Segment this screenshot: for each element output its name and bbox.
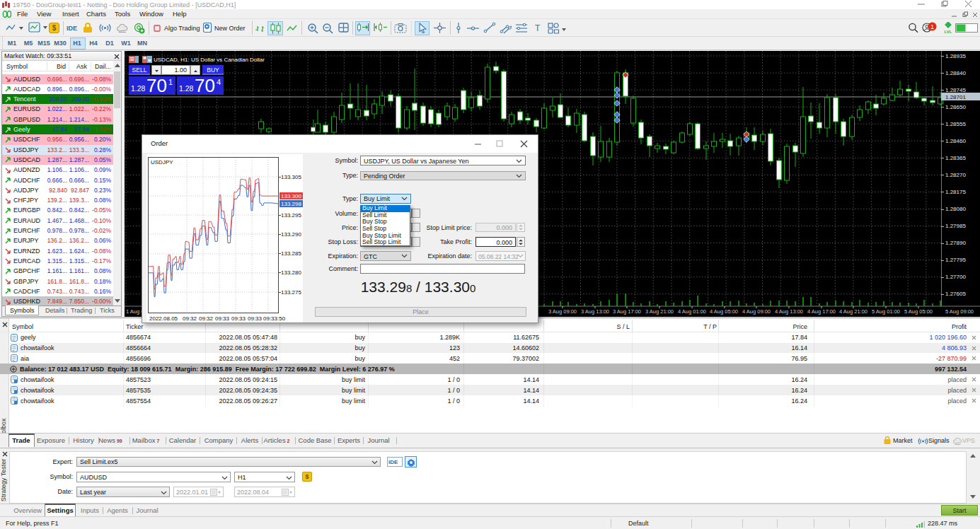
svg-text:1: 1 [930, 23, 934, 30]
svg-text:LVL: LVL [945, 30, 952, 34]
svg-text:$: $ [52, 24, 57, 32]
